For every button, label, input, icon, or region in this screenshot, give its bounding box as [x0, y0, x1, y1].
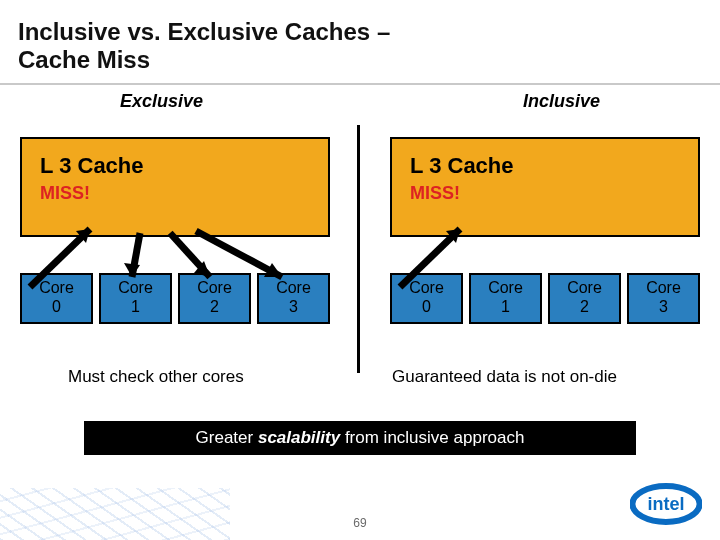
slide-title: Inclusive vs. Exclusive Caches – Cache M…: [0, 0, 720, 77]
core-row: Core0 Core1 Core2 Core3: [20, 273, 330, 324]
title-line-1: Inclusive vs. Exclusive Caches –: [18, 18, 390, 45]
logo-text: intel: [647, 494, 684, 514]
exclusive-pane: L 3 Cache MISS! Core0: [20, 137, 330, 355]
column-header-exclusive: Exclusive: [120, 91, 203, 112]
title-line-2: Cache Miss: [18, 46, 150, 73]
intel-logo-icon: intel: [630, 482, 702, 526]
l3-label: L 3 Cache: [410, 153, 682, 179]
l3-cache-exclusive: L 3 Cache MISS!: [20, 137, 330, 237]
summary-banner: Greater scalability from inclusive appro…: [84, 421, 636, 455]
core-3: Core3: [257, 273, 330, 324]
svg-line-2: [132, 233, 140, 277]
core-label: Core1: [118, 279, 153, 314]
banner-text-pre: Greater: [196, 428, 258, 447]
caption-exclusive: Must check other cores: [68, 367, 244, 387]
svg-line-6: [196, 231, 282, 277]
vertical-separator: [357, 125, 360, 373]
column-header-inclusive: Inclusive: [523, 91, 600, 112]
l3-label: L 3 Cache: [40, 153, 312, 179]
miss-label: MISS!: [410, 183, 682, 204]
core-2: Core2: [548, 273, 621, 324]
l3-cache-inclusive: L 3 Cache MISS!: [390, 137, 700, 237]
core-1: Core1: [469, 273, 542, 324]
core-1: Core1: [99, 273, 172, 324]
decorative-circuit-pattern: [0, 488, 230, 540]
core-3: Core3: [627, 273, 700, 324]
core-label: Core3: [646, 279, 681, 314]
diagram-stage: Exclusive Inclusive L 3 Cache MISS!: [0, 85, 720, 385]
core-label: Core3: [276, 279, 311, 314]
arrow-down-icon: [196, 231, 282, 277]
banner-text-post: from inclusive approach: [340, 428, 524, 447]
core-label: Core0: [39, 279, 74, 314]
caption-inclusive: Guaranteed data is not on-die: [392, 367, 617, 387]
core-0: Core0: [390, 273, 463, 324]
banner-emphasis: scalability: [258, 428, 340, 447]
core-label: Core1: [488, 279, 523, 314]
core-label: Core2: [567, 279, 602, 314]
miss-label: MISS!: [40, 183, 312, 204]
inclusive-pane: L 3 Cache MISS! Core0 Core1 Core2 Core3: [390, 137, 700, 355]
arrow-down-icon: [170, 233, 210, 277]
core-row: Core0 Core1 Core2 Core3: [390, 273, 700, 324]
core-2: Core2: [178, 273, 251, 324]
core-label: Core0: [409, 279, 444, 314]
core-label: Core2: [197, 279, 232, 314]
svg-line-4: [170, 233, 210, 277]
page-number: 69: [353, 516, 366, 530]
arrow-down-icon: [124, 233, 140, 277]
core-0: Core0: [20, 273, 93, 324]
